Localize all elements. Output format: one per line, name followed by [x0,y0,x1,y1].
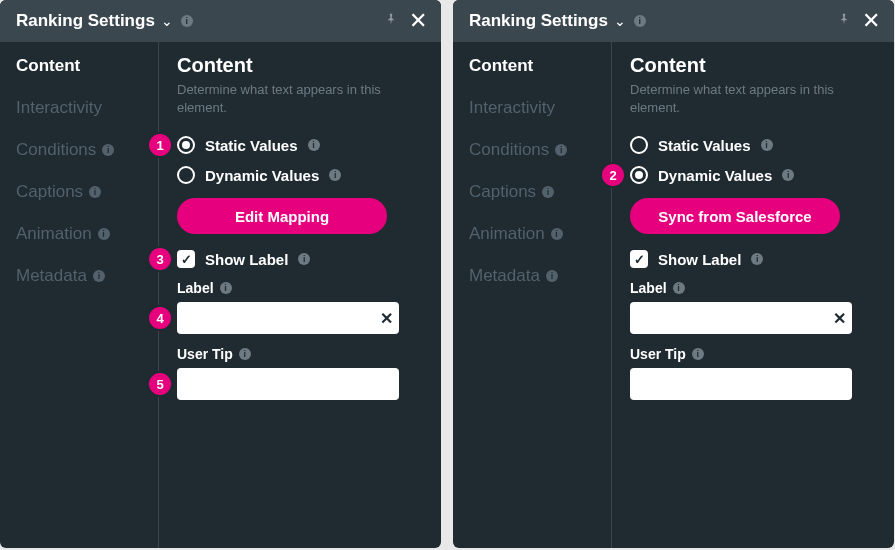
info-icon[interactable]: i [782,169,794,181]
sidebar-item-metadata[interactable]: Metadatai [469,266,611,286]
usertip-input[interactable] [177,368,399,400]
info-icon: i [89,186,101,198]
pin-icon[interactable] [836,11,852,31]
info-icon[interactable]: i [308,139,320,151]
checkbox-icon [630,250,648,268]
content-heading: Content [630,54,874,77]
sidebar-item-animation[interactable]: Animationi [16,224,158,244]
content-heading: Content [177,54,421,77]
radio-dynamic-values[interactable]: Dynamic Values i [177,166,421,184]
content-pane: Content Determine what text appears in t… [612,42,894,548]
info-icon: i [546,270,558,282]
label-field-title: Label i [630,280,874,296]
info-icon[interactable]: i [673,282,685,294]
sidebar: Content Interactivity Conditionsi Captio… [0,42,158,548]
sidebar-item-interactivity[interactable]: Interactivity [16,98,158,118]
info-icon[interactable]: i [761,139,773,151]
content-pane: Content Determine what text appears in t… [159,42,441,548]
info-icon: i [93,270,105,282]
info-icon[interactable]: i [329,169,341,181]
usertip-field-title: User Tip i [630,346,874,362]
info-icon: i [102,144,114,156]
label-input[interactable] [630,302,852,334]
chevron-down-icon[interactable]: ⌄ [614,13,626,29]
clear-icon[interactable]: ✕ [380,309,393,328]
titlebar: Ranking Settings ⌄ i ✕ [453,0,894,42]
sidebar-item-conditions[interactable]: Conditionsi [16,140,158,160]
sidebar-item-captions[interactable]: Captionsi [469,182,611,202]
usertip-input[interactable] [630,368,852,400]
info-icon: i [542,186,554,198]
info-icon[interactable]: i [692,348,704,360]
callout-2: 2 [602,164,624,186]
callout-1: 1 [149,134,171,156]
panel-title: Ranking Settings [469,11,608,31]
info-icon: i [555,144,567,156]
pin-icon[interactable] [383,11,399,31]
info-icon: i [551,228,563,240]
sidebar-item-content[interactable]: Content [16,56,158,76]
callout-5: 5 [149,373,171,395]
radio-static-values[interactable]: 1 Static Values i [177,136,421,154]
radio-icon [630,136,648,154]
settings-panel: Ranking Settings ⌄ i ✕ Content Interacti… [0,0,441,548]
sync-salesforce-button[interactable]: Sync from Salesforce [630,198,840,234]
info-icon: i [98,228,110,240]
close-icon[interactable]: ✕ [858,10,884,32]
settings-panel: Ranking Settings ⌄ i ✕ Content Interacti… [453,0,894,548]
info-icon[interactable]: i [220,282,232,294]
sidebar-item-metadata[interactable]: Metadatai [16,266,158,286]
edit-mapping-button[interactable]: Edit Mapping [177,198,387,234]
usertip-field-title: User Tip i [177,346,421,362]
info-icon[interactable]: i [181,15,193,27]
sidebar-item-captions[interactable]: Captionsi [16,182,158,202]
info-icon[interactable]: i [298,253,310,265]
callout-3: 3 [149,248,171,270]
sidebar: Content Interactivity Conditionsi Captio… [453,42,611,548]
radio-static-values[interactable]: Static Values i [630,136,874,154]
clear-icon[interactable]: ✕ [833,309,846,328]
sidebar-item-animation[interactable]: Animationi [469,224,611,244]
radio-dynamic-values[interactable]: 2 Dynamic Values i [630,166,874,184]
titlebar: Ranking Settings ⌄ i ✕ [0,0,441,42]
content-description: Determine what text appears in this elem… [630,81,870,116]
label-field-title: Label i [177,280,421,296]
sidebar-item-interactivity[interactable]: Interactivity [469,98,611,118]
panel-title: Ranking Settings [16,11,155,31]
close-icon[interactable]: ✕ [405,10,431,32]
info-icon[interactable]: i [634,15,646,27]
radio-icon [177,166,195,184]
checkbox-icon [177,250,195,268]
sidebar-item-content[interactable]: Content [469,56,611,76]
content-description: Determine what text appears in this elem… [177,81,417,116]
callout-4: 4 [149,307,171,329]
label-input[interactable] [177,302,399,334]
chevron-down-icon[interactable]: ⌄ [161,13,173,29]
radio-icon [630,166,648,184]
info-icon[interactable]: i [751,253,763,265]
sidebar-item-conditions[interactable]: Conditionsi [469,140,611,160]
info-icon[interactable]: i [239,348,251,360]
show-label-checkbox[interactable]: 3 Show Label i [177,250,421,268]
show-label-checkbox[interactable]: Show Label i [630,250,874,268]
radio-icon [177,136,195,154]
